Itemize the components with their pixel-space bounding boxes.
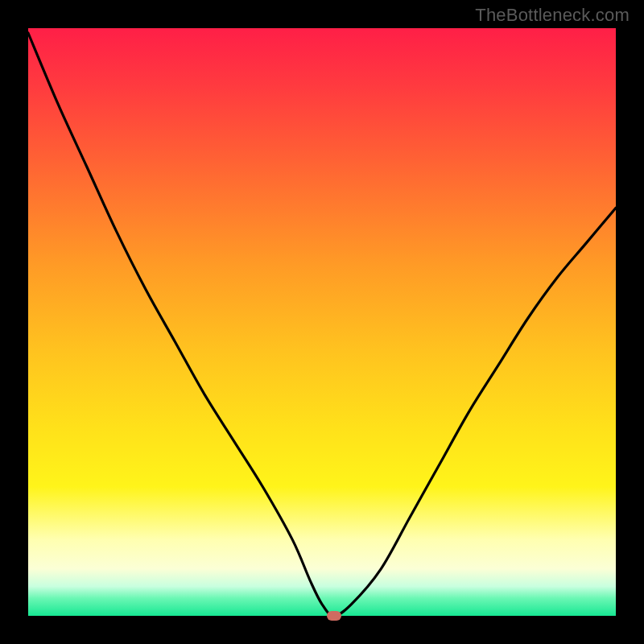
optimal-point-marker	[327, 611, 341, 621]
chart-stage: TheBottleneck.com	[0, 0, 644, 644]
plot-area	[28, 28, 616, 616]
watermark-text: TheBottleneck.com	[475, 5, 630, 26]
bottleneck-curve-path	[28, 33, 616, 616]
curve-layer	[28, 28, 616, 616]
